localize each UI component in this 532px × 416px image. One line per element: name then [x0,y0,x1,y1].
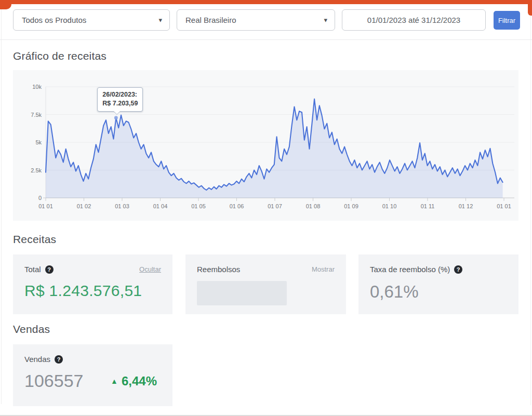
hidden-value-placeholder [197,281,287,305]
filter-bar: Todos os Produtos ▾ Real Brasileiro ▾ 01… [13,9,520,31]
window-accent-top [0,0,532,4]
refund-rate-card: Taxa de reembolso (%) ? 0,61% [358,254,518,314]
total-value: R$ 1.243.576,51 [24,282,161,300]
help-icon[interactable]: ? [45,265,54,274]
product-select-value: Todos os Produtos [22,16,86,24]
chart-title: Gráfico de receitas [13,50,107,62]
chevron-down-icon: ▾ [158,17,162,23]
total-card: Total ? Ocultar R$ 1.243.576,51 [13,254,172,314]
product-select[interactable]: Todos os Produtos ▾ [13,9,170,31]
y-tick-label: 2.5k [31,167,42,173]
x-tick-label: 01 10 [382,203,397,209]
vendas-section-title: Vendas [13,323,50,336]
y-tick-label: 7.5k [31,112,42,118]
x-tick-label: 01 03 [115,203,129,209]
currency-select[interactable]: Real Brasileiro ▾ [177,9,335,31]
x-tick-label: 01 11 [421,203,435,209]
help-icon[interactable]: ? [55,355,63,364]
revenue-chart[interactable]: 10k7.5k5k2.5k001 0101 0201 0301 0401 050… [13,70,518,221]
arrow-up-icon: ▲ [111,378,118,385]
x-tick-label: 01 02 [77,203,91,209]
chart-tooltip: 26/02/2023: R$ 7.203,59 [97,87,143,112]
x-tick-label: 01 05 [191,203,206,209]
total-label: Total [24,265,41,274]
sales-delta-value: 6,44% [122,374,157,388]
filter-button[interactable]: Filtrar [494,11,520,30]
refunds-card: Reembolsos Mostrar [185,254,346,314]
hide-total-link[interactable]: Ocultar [139,265,161,273]
receitas-section-title: Receitas [13,233,56,246]
sales-label: Vendas [24,355,50,364]
sales-card: Vendas ? 106557 ▲ 6,44% [13,344,172,406]
x-tick-label: 01 04 [153,203,168,209]
show-refunds-link[interactable]: Mostrar [312,265,335,273]
refund-rate-value: 0,61% [370,282,507,302]
date-range-input[interactable]: 01/01/2023 até 31/12/2023 [342,9,486,31]
x-tick-label: 01 08 [306,203,321,209]
help-icon[interactable]: ? [454,265,462,274]
x-tick-label: 01 09 [344,203,358,209]
x-tick-label: 01 01 [497,203,511,209]
y-tick-label: 10k [32,84,42,90]
sales-value: 106557 [24,371,83,391]
x-tick-label: 01 12 [459,203,473,209]
highlighted-point [114,116,118,119]
x-tick-label: 01 07 [268,203,282,209]
y-tick-label: 5k [35,139,42,145]
window-edge-left [1,9,2,404]
chevron-down-icon: ▾ [324,17,327,23]
refunds-label: Reembolsos [197,265,240,274]
x-tick-label: 01 01 [38,203,53,209]
date-range-value: 01/01/2023 até 31/12/2023 [367,16,460,24]
currency-select-value: Real Brasileiro [185,16,236,24]
sales-delta: ▲ 6,44% [111,374,157,388]
window-edge-right [530,16,531,405]
revenue-chart-canvas[interactable]: 10k7.5k5k2.5k001 0101 0201 0301 0401 050… [13,70,518,221]
y-tick-label: 0 [38,195,42,201]
tooltip-value: R$ 7.203,59 [102,99,138,108]
divider [0,39,532,40]
x-tick-label: 01 06 [230,203,244,209]
tooltip-date: 26/02/2023: [102,90,138,99]
refund-rate-label: Taxa de reembolso (%) [370,265,450,274]
